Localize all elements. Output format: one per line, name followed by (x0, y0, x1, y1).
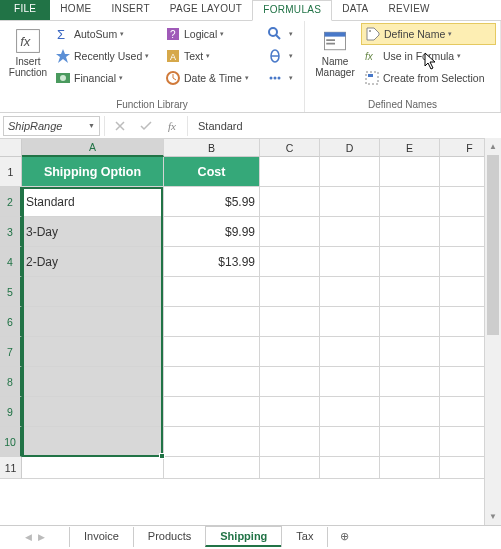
logical-button[interactable]: ?Logical▾ (162, 23, 264, 45)
scroll-down-icon[interactable]: ▼ (485, 508, 501, 525)
cell-a5[interactable] (22, 277, 164, 307)
ribbon: fx Insert Function ΣAutoSum▾ Recently Us… (0, 21, 501, 113)
scroll-thumb[interactable] (487, 155, 499, 335)
sheet-nav-prev-icon[interactable]: ◀ (25, 532, 32, 542)
date-time-button[interactable]: Date & Time▾ (162, 67, 264, 89)
col-header-b[interactable]: B (164, 139, 260, 157)
enter-formula-button[interactable] (135, 116, 157, 136)
col-header-d[interactable]: D (320, 139, 380, 157)
row-header-11[interactable]: 11 (0, 457, 22, 479)
row-header-6[interactable]: 6 (0, 307, 22, 337)
svg-rect-20 (326, 43, 335, 45)
x-icon (114, 120, 126, 132)
cancel-formula-button[interactable] (109, 116, 131, 136)
cell-a7[interactable] (22, 337, 164, 367)
more-functions-button[interactable]: ▾ (264, 67, 296, 89)
sheet-tab-shipping[interactable]: Shipping (205, 526, 282, 547)
sheet-tab-products[interactable]: Products (133, 527, 206, 547)
sheet-nav-next-icon[interactable]: ▶ (38, 532, 45, 542)
worksheet-grid[interactable]: A B C D E F 1 Shipping Option Cost 2 Sta… (0, 139, 501, 479)
fx-icon: fx (14, 27, 42, 55)
clock-icon (165, 70, 181, 86)
tab-review[interactable]: REVIEW (379, 0, 440, 20)
text-icon: A (165, 48, 181, 64)
define-name-button[interactable]: Define Name▾ (361, 23, 496, 45)
cell-c3[interactable] (260, 217, 320, 247)
ribbon-tabs: FILE HOME INSERT PAGE LAYOUT FORMULAS DA… (0, 0, 501, 21)
selection-icon (364, 70, 380, 86)
col-header-e[interactable]: E (380, 139, 440, 157)
cell-d2[interactable] (320, 187, 380, 217)
star-icon (55, 48, 71, 64)
col-header-a[interactable]: A (22, 139, 164, 157)
tab-insert[interactable]: INSERT (102, 0, 160, 20)
cell-b4[interactable]: $13.99 (164, 247, 260, 277)
name-box[interactable]: ShipRange▼ (3, 116, 100, 136)
fx-icon: fx (168, 120, 176, 132)
svg-point-16 (278, 77, 281, 80)
cell-a1[interactable]: Shipping Option (22, 157, 164, 187)
row-header-4[interactable]: 4 (0, 247, 22, 277)
chevron-down-icon[interactable]: ▼ (88, 122, 95, 129)
recently-used-button[interactable]: Recently Used▾ (52, 45, 162, 67)
cell-a10[interactable] (22, 427, 164, 457)
svg-point-21 (369, 30, 371, 32)
tab-page-layout[interactable]: PAGE LAYOUT (160, 0, 252, 20)
fill-handle[interactable] (159, 453, 165, 459)
row-header-9[interactable]: 9 (0, 397, 22, 427)
row-header-5[interactable]: 5 (0, 277, 22, 307)
cell-d1[interactable] (320, 157, 380, 187)
cell-b1[interactable]: Cost (164, 157, 260, 187)
cell-a3[interactable]: 3-Day (22, 217, 164, 247)
question-icon: ? (165, 26, 181, 42)
text-button[interactable]: AText▾ (162, 45, 264, 67)
cell-c4[interactable] (260, 247, 320, 277)
svg-rect-23 (366, 72, 378, 84)
cell-e3[interactable] (380, 217, 440, 247)
financial-button[interactable]: Financial▾ (52, 67, 162, 89)
cell-a2[interactable]: Standard (22, 187, 164, 217)
autosum-button[interactable]: ΣAutoSum▾ (52, 23, 162, 45)
create-from-selection-button[interactable]: Create from Selection (361, 67, 496, 89)
row-header-8[interactable]: 8 (0, 367, 22, 397)
cell-c1[interactable] (260, 157, 320, 187)
tab-formulas[interactable]: FORMULAS (252, 0, 332, 21)
use-in-formula-button[interactable]: fxUse in Formula▾ (361, 45, 496, 67)
row-header-1[interactable]: 1 (0, 157, 22, 187)
fx-small-icon: fx (364, 48, 380, 64)
insert-function-button[interactable]: fx Insert Function (4, 23, 52, 98)
scroll-up-icon[interactable]: ▲ (485, 138, 501, 155)
row-header-3[interactable]: 3 (0, 217, 22, 247)
name-manager-button[interactable]: Name Manager (309, 23, 361, 98)
col-header-c[interactable]: C (260, 139, 320, 157)
tab-data[interactable]: DATA (332, 0, 378, 20)
cell-a8[interactable] (22, 367, 164, 397)
formula-bar-input[interactable] (192, 116, 498, 136)
row-header-2[interactable]: 2 (0, 187, 22, 217)
cell-c2[interactable] (260, 187, 320, 217)
cell-e2[interactable] (380, 187, 440, 217)
sheet-tab-invoice[interactable]: Invoice (69, 527, 134, 547)
sheet-tab-tax[interactable]: Tax (281, 527, 328, 547)
cell-a9[interactable] (22, 397, 164, 427)
cell-a6[interactable] (22, 307, 164, 337)
cell-e4[interactable] (380, 247, 440, 277)
select-all-corner[interactable] (0, 139, 22, 157)
lookup-button[interactable]: ▾ (264, 23, 296, 45)
row-header-7[interactable]: 7 (0, 337, 22, 367)
vertical-scrollbar[interactable]: ▲ ▼ (484, 138, 501, 525)
tab-file[interactable]: FILE (0, 0, 50, 20)
cell-b3[interactable]: $9.99 (164, 217, 260, 247)
svg-point-14 (270, 77, 273, 80)
tab-home[interactable]: HOME (50, 0, 101, 20)
math-button[interactable]: ▾ (264, 45, 296, 67)
cell-a11[interactable] (22, 457, 164, 479)
cell-a4[interactable]: 2-Day (22, 247, 164, 277)
cell-b2[interactable]: $5.99 (164, 187, 260, 217)
insert-function-fx-button[interactable]: fx (161, 116, 183, 136)
add-sheet-button[interactable]: ⊕ (334, 530, 354, 543)
cell-d3[interactable] (320, 217, 380, 247)
cell-e1[interactable] (380, 157, 440, 187)
cell-d4[interactable] (320, 247, 380, 277)
row-header-10[interactable]: 10 (0, 427, 22, 457)
